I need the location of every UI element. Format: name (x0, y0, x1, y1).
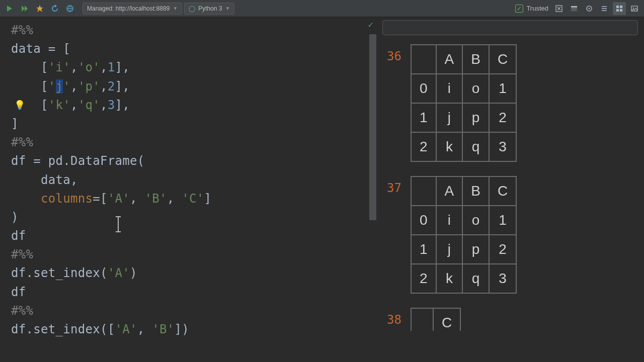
svg-rect-14 (620, 9, 622, 12)
scroll-out-icon[interactable] (552, 2, 566, 15)
table-cell: p (462, 103, 489, 132)
table-cell: p (462, 235, 489, 264)
table-header: C (433, 308, 460, 331)
interrupt-icon[interactable] (33, 2, 46, 15)
data-view-icon[interactable] (583, 2, 596, 15)
chevron-down-icon: ▼ (173, 6, 178, 11)
svg-rect-6 (571, 6, 577, 8)
table-cell: o (462, 74, 489, 103)
table-cell: 2 (489, 235, 516, 264)
table-row: 1jp2 (411, 103, 516, 132)
run-cell-icon[interactable] (3, 2, 16, 15)
table-cell: j (436, 235, 463, 264)
table-cell: q (462, 264, 489, 293)
variables-icon[interactable] (568, 2, 581, 15)
table-row: 2kq3 (411, 132, 516, 161)
trusted-indicator[interactable]: ✓ Trusted (513, 5, 550, 13)
svg-point-16 (633, 7, 634, 8)
cell-output: 36ABC0io11jp22kq3 (382, 44, 638, 162)
dataframe-table: ABC0io11jp22kq3 (411, 176, 517, 294)
svg-marker-3 (36, 5, 43, 12)
svg-rect-8 (571, 10, 577, 11)
restart-icon[interactable] (48, 2, 61, 15)
code-line[interactable]: columns=['A', 'B', 'C'] (11, 190, 376, 208)
table-header (411, 308, 433, 331)
code-line[interactable]: ) (11, 208, 376, 227)
code-line[interactable]: #%% (11, 302, 376, 320)
code-line[interactable]: data = [ (11, 40, 376, 58)
lightbulb-icon[interactable]: 💡 (14, 100, 25, 110)
kernel-combo-label: Python 3 (198, 5, 222, 12)
server-combo[interactable]: Managed: http://localhost:8889 ▼ (83, 3, 182, 15)
table-header: C (489, 45, 516, 74)
browse-icon[interactable] (63, 2, 76, 15)
toolbar: Managed: http://localhost:8889 ▼ ◯ Pytho… (0, 0, 644, 17)
kernel-combo[interactable]: ◯ Python 3 ▼ (184, 3, 234, 15)
svg-rect-13 (616, 9, 619, 12)
table-cell: i (436, 206, 463, 235)
svg-rect-11 (616, 6, 619, 8)
output-header[interactable] (382, 20, 638, 35)
scrollbar-thumb[interactable] (369, 34, 376, 220)
code-editor[interactable]: ✓ 💡 #%%data = [ ['i','o',1], ['j','p',2]… (0, 17, 376, 362)
svg-rect-12 (620, 6, 622, 8)
svg-marker-1 (22, 6, 25, 12)
table-cell: 1 (489, 74, 516, 103)
server-combo-label: Managed: http://localhost:8889 (87, 5, 170, 12)
table-header: B (462, 176, 489, 206)
code-line[interactable]: df.set_index('A') (11, 264, 376, 283)
svg-rect-7 (571, 8, 577, 10)
trusted-label: Trusted (526, 5, 548, 12)
table-row: 1jp2 (411, 235, 516, 264)
table-row: 0io1 (411, 74, 516, 103)
grid-icon[interactable] (613, 2, 626, 15)
code-line[interactable]: data, (11, 171, 376, 190)
image-icon[interactable] (628, 2, 641, 15)
execution-count: 38 (382, 308, 401, 327)
table-header: A (436, 176, 463, 206)
table-header (411, 176, 436, 206)
code-line[interactable]: ['i','o',1], (11, 58, 376, 77)
table-index-cell: 2 (411, 132, 436, 161)
run-all-icon[interactable] (18, 2, 31, 15)
svg-marker-2 (25, 6, 28, 12)
check-icon: ✓ (515, 5, 523, 13)
table-cell: q (462, 132, 489, 161)
table-cell: o (462, 206, 489, 235)
code-line[interactable]: #%% (11, 245, 376, 264)
table-cell: 1 (489, 206, 516, 235)
svg-marker-0 (7, 6, 12, 12)
code-line[interactable]: ] (11, 115, 376, 133)
text-cursor (118, 217, 119, 232)
code-line[interactable]: #%% (11, 133, 376, 152)
table-row: 2kq3 (411, 264, 516, 293)
inspection-ok-icon: ✓ (368, 19, 373, 30)
list-icon[interactable] (598, 2, 611, 15)
table-cell: k (436, 264, 463, 293)
code-line[interactable]: df.set_index(['A', 'B']) (11, 320, 376, 339)
execution-count: 36 (382, 44, 401, 63)
code-line[interactable]: df (11, 227, 376, 245)
table-index-cell: 0 (411, 74, 436, 103)
code-line[interactable]: df = pd.DataFrame( (11, 152, 376, 170)
table-index-cell: 1 (411, 103, 436, 132)
output-panel: 36ABC0io11jp22kq337ABC0io11jp22kq338C (376, 17, 644, 362)
table-index-cell: 0 (411, 206, 436, 235)
cell-output: 37ABC0io11jp22kq3 (382, 176, 638, 294)
table-cell: k (436, 132, 463, 161)
code-line[interactable]: ['k','q',3], (11, 96, 376, 115)
table-cell: 3 (489, 132, 516, 161)
table-cell: 2 (489, 103, 516, 132)
code-line[interactable]: ['j','p',2], (11, 77, 376, 96)
code-line[interactable]: #%% (11, 21, 376, 40)
table-index-cell: 2 (411, 264, 436, 293)
table-header: C (489, 176, 516, 206)
chevron-down-icon: ▼ (225, 6, 230, 11)
table-header: B (462, 45, 489, 74)
execution-count: 37 (382, 176, 401, 195)
code-line[interactable]: df (11, 283, 376, 302)
table-cell: j (436, 103, 463, 132)
table-header: A (436, 45, 463, 74)
svg-point-10 (589, 8, 590, 9)
cell-output: 38C (382, 308, 638, 331)
